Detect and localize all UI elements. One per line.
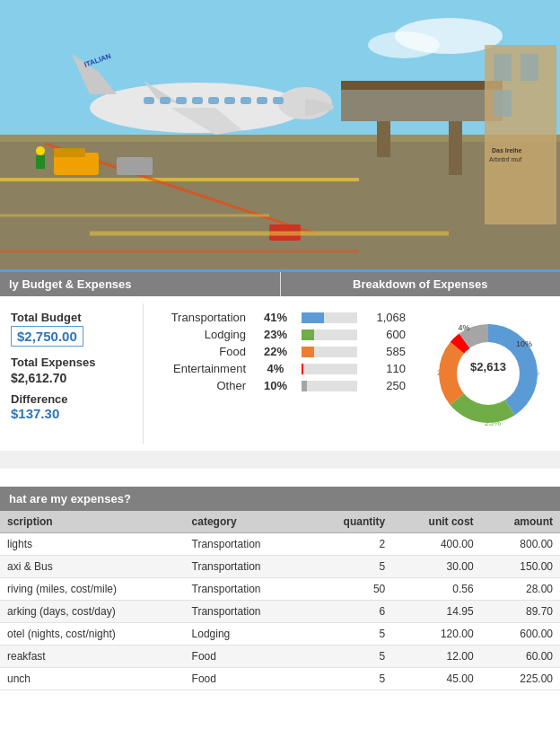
svg-rect-31 — [521, 54, 538, 81]
svg-rect-10 — [144, 97, 154, 104]
row-unit-cost: 14.95 — [392, 601, 480, 623]
svg-rect-17 — [257, 97, 267, 104]
svg-text:22%: 22% — [437, 368, 453, 377]
col-quantity: quantity — [309, 511, 392, 533]
expense-table-section: hat are my expenses? scription category … — [0, 487, 560, 690]
row-quantity: 50 — [309, 578, 392, 601]
total-budget-value: $2,750.00 — [11, 326, 83, 347]
total-budget-label: Total Budget — [11, 311, 132, 324]
svg-rect-15 — [224, 97, 235, 104]
svg-rect-25 — [54, 148, 85, 157]
svg-rect-23 — [377, 121, 390, 157]
svg-text:4%: 4% — [458, 323, 469, 332]
breakdown-section-header: Breakdown of Expenses — [281, 272, 561, 296]
row-unit-cost: 120.00 — [392, 623, 480, 646]
row-description: unch — [0, 668, 185, 690]
svg-text:10%: 10% — [516, 339, 532, 348]
row-unit-cost: 0.56 — [392, 578, 480, 601]
budget-section-header: ly Budget & Expenses — [0, 272, 280, 296]
row-quantity: 5 — [309, 668, 392, 690]
budget-section: ly Budget & Expenses Breakdown of Expens… — [0, 269, 560, 451]
svg-text:41%: 41% — [523, 368, 539, 377]
row-unit-cost: 30.00 — [392, 556, 480, 578]
col-category: category — [185, 511, 309, 533]
row-unit-cost: 45.00 — [392, 668, 480, 690]
row-quantity: 5 — [309, 556, 392, 578]
table-row: axi & Bus Transportation 5 30.00 150.00 — [0, 556, 560, 578]
svg-text:$2,613: $2,613 — [470, 360, 506, 374]
row-amount: 600.00 — [481, 623, 560, 646]
table-row: riving (miles, cost/mile) Transportation… — [0, 578, 560, 601]
expense-transportation: Transportation 41% 1,068 — [154, 311, 406, 324]
svg-rect-18 — [273, 97, 284, 104]
svg-rect-22 — [449, 121, 462, 175]
row-amount: 225.00 — [481, 668, 560, 690]
col-amount: amount — [481, 511, 560, 533]
budget-summary: Total Budget $2,750.00 Total Expenses $2… — [0, 303, 144, 444]
table-row: lights Transportation 2 400.00 800.00 — [0, 533, 560, 556]
row-description: riving (miles, cost/mile) — [0, 578, 185, 601]
hero-image: ITALIAN Das Ireihe Arbntnf muf — [0, 0, 560, 269]
svg-rect-21 — [341, 81, 503, 90]
table-row: unch Food 5 45.00 225.00 — [0, 668, 560, 690]
svg-text:Das Ireihe: Das Ireihe — [492, 147, 522, 154]
table-row: reakfast Food 5 12.00 60.00 — [0, 646, 560, 668]
donut-chart: $2,613 10% 41% 23% 22% 4% — [416, 303, 560, 444]
svg-point-38 — [457, 342, 520, 405]
total-expenses-value: $2,612.70 — [11, 371, 132, 385]
row-amount: 150.00 — [481, 556, 560, 578]
category-breakdown: Transportation 41% 1,068 Lodging 23% 600… — [144, 303, 416, 444]
svg-rect-30 — [494, 54, 512, 81]
row-description: lights — [0, 533, 185, 556]
svg-rect-14 — [208, 97, 219, 104]
svg-text:23%: 23% — [485, 418, 501, 427]
difference-label: Difference — [11, 392, 132, 406]
row-amount: 89.70 — [481, 601, 560, 623]
col-description: scription — [0, 511, 185, 533]
row-category: Transportation — [185, 578, 309, 601]
row-quantity: 5 — [309, 646, 392, 668]
row-category: Food — [185, 646, 309, 668]
row-category: Transportation — [185, 601, 309, 623]
total-expenses-label: Total Expenses — [11, 356, 132, 369]
row-description: axi & Bus — [0, 556, 185, 578]
svg-text:Arbntnf muf: Arbntnf muf — [489, 156, 521, 163]
svg-rect-4 — [0, 135, 560, 142]
svg-rect-11 — [160, 97, 171, 104]
row-amount: 60.00 — [481, 646, 560, 668]
expense-food: Food 22% 585 — [154, 345, 406, 358]
row-amount: 800.00 — [481, 533, 560, 556]
expense-other: Other 10% 250 — [154, 379, 406, 392]
row-description: reakfast — [0, 646, 185, 668]
row-quantity: 5 — [309, 623, 392, 646]
svg-rect-13 — [192, 97, 203, 104]
row-description: otel (nights, cost/night) — [0, 623, 185, 646]
table-row: otel (nights, cost/night) Lodging 5 120.… — [0, 623, 560, 646]
table-header-row: scription category quantity unit cost am… — [0, 511, 560, 533]
expense-table-header: hat are my expenses? — [0, 487, 560, 511]
table-row: arking (days, cost/day) Transportation 6… — [0, 601, 560, 623]
row-category: Lodging — [185, 623, 309, 646]
row-amount: 28.00 — [481, 578, 560, 601]
col-unit-cost: unit cost — [392, 511, 480, 533]
svg-rect-20 — [341, 85, 503, 121]
svg-point-2 — [368, 31, 440, 58]
row-unit-cost: 12.00 — [392, 646, 480, 668]
row-category: Transportation — [185, 556, 309, 578]
expense-entertainment: Entertainment 4% 110 — [154, 362, 406, 375]
row-quantity: 2 — [309, 533, 392, 556]
expense-table: scription category quantity unit cost am… — [0, 511, 560, 690]
svg-rect-28 — [117, 157, 153, 175]
svg-rect-32 — [494, 90, 512, 117]
svg-point-26 — [36, 146, 45, 155]
svg-rect-16 — [241, 97, 251, 104]
row-category: Transportation — [185, 533, 309, 556]
row-quantity: 6 — [309, 601, 392, 623]
svg-rect-27 — [36, 155, 45, 169]
svg-rect-12 — [176, 97, 187, 104]
row-unit-cost: 400.00 — [392, 533, 480, 556]
difference-value: $137.30 — [11, 406, 132, 421]
row-description: arking (days, cost/day) — [0, 601, 185, 623]
expense-lodging: Lodging 23% 600 — [154, 328, 406, 341]
row-category: Food — [185, 668, 309, 690]
